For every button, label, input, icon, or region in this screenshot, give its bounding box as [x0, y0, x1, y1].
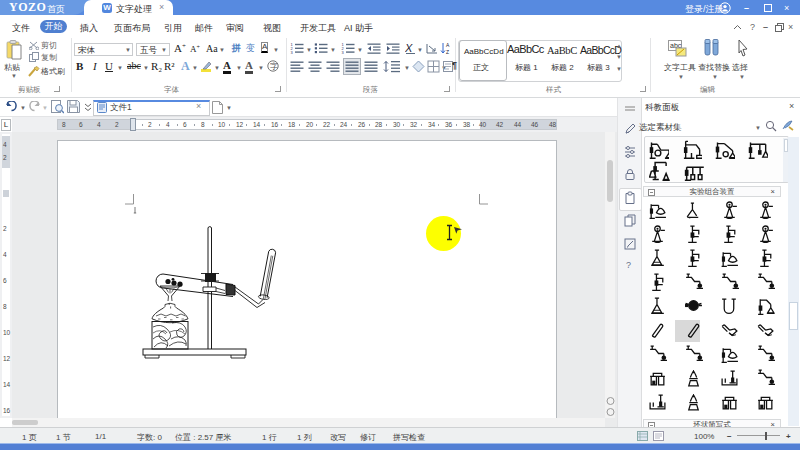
svg-text:字: 字 — [270, 62, 278, 71]
svg-text:3: 3 — [291, 50, 294, 55]
svg-text:A: A — [446, 42, 450, 48]
svg-text:Z: Z — [446, 49, 449, 55]
svg-text:3: 3 — [342, 50, 345, 55]
svg-text:X: X — [405, 42, 413, 54]
